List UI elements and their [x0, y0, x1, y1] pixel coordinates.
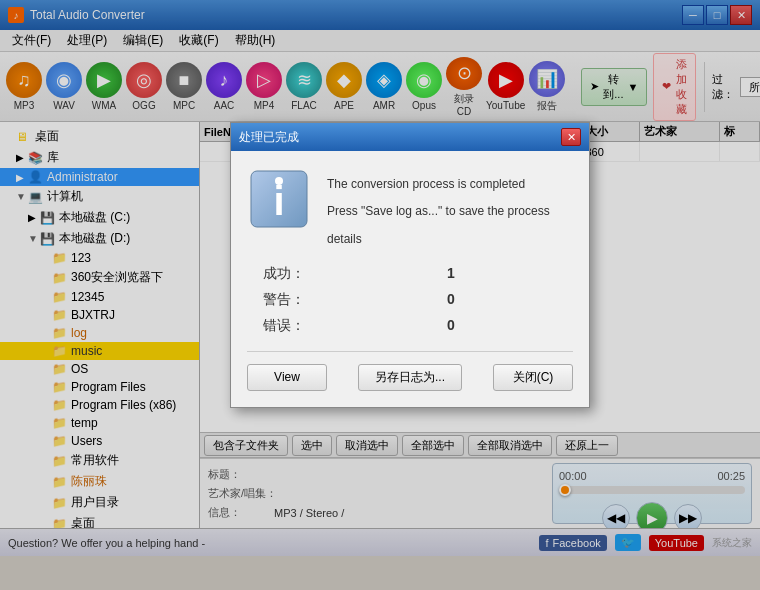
- view-button[interactable]: View: [247, 364, 327, 391]
- dialog-footer: View 另存日志为... 关闭(C): [247, 351, 573, 391]
- dialog-body: i The conversion process is completed Pr…: [231, 151, 589, 407]
- completion-dialog: 处理已完成 ✕ i The convers: [230, 122, 590, 408]
- dialog-header: i The conversion process is completed Pr…: [247, 167, 573, 249]
- svg-rect-2: [275, 177, 283, 185]
- dialog-message-line2: Press "Save log as..." to save the proce…: [327, 194, 550, 221]
- success-value: 1: [447, 265, 573, 283]
- dialog-info-icon: i: [247, 167, 311, 231]
- warning-value: 0: [447, 291, 573, 309]
- dialog-stats: 成功： 1 警告： 0 错误： 0: [263, 265, 573, 335]
- dialog-close-x-button[interactable]: ✕: [561, 128, 581, 146]
- svg-text:i: i: [273, 179, 284, 223]
- success-label: 成功：: [263, 265, 423, 283]
- dialog-close-button[interactable]: 关闭(C): [493, 364, 573, 391]
- dialog-message-line1: The conversion process is completed: [327, 167, 550, 194]
- dialog-message-area: The conversion process is completed Pres…: [327, 167, 550, 249]
- dialog-message-line3: details: [327, 222, 550, 249]
- error-value: 0: [447, 317, 573, 335]
- dialog-title: 处理已完成: [239, 129, 299, 146]
- dialog-title-bar: 处理已完成 ✕: [231, 123, 589, 151]
- warning-label: 警告：: [263, 291, 423, 309]
- save-log-button[interactable]: 另存日志为...: [358, 364, 462, 391]
- error-label: 错误：: [263, 317, 423, 335]
- dialog-overlay: 处理已完成 ✕ i The convers: [0, 0, 760, 590]
